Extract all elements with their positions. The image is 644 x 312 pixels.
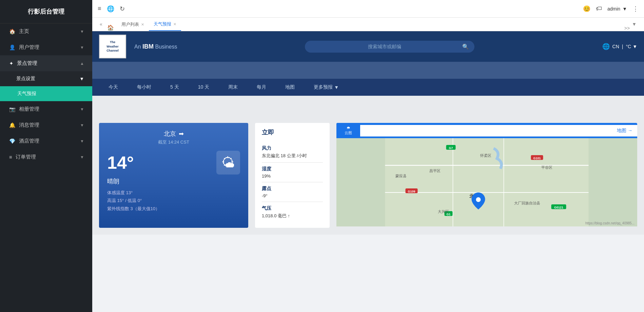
tab-user-list[interactable]: 用户列表 ✕ — [117, 17, 149, 31]
map-panel: 🌧 云图 地图 → — [336, 123, 637, 228]
svg-text:G109: G109 — [408, 190, 415, 193]
more-icon[interactable]: ⋮ — [632, 5, 639, 13]
weather-description: 晴朗 — [107, 177, 240, 185]
svg-text:G101: G101 — [533, 157, 541, 160]
pressure-value: 1,018.0 毫巴 ↑ — [262, 213, 323, 219]
user-icon: 👤 — [9, 44, 16, 51]
sidebar-item-scenic-setting[interactable]: 景点设置 ▼ — [0, 71, 92, 86]
hotel-icon: 💎 — [9, 138, 16, 144]
weather-right: 🌐 CN | °C ▼ — [602, 43, 637, 50]
globe-icon[interactable]: 🌐 — [107, 5, 114, 13]
search-box[interactable]: 🔍 — [305, 41, 474, 53]
nav-hourly[interactable]: 每小时 — [128, 79, 161, 96]
globe-icon: 🌐 — [602, 43, 610, 50]
sidebar-item-home[interactable]: 🏠 主页 ▼ — [0, 23, 92, 39]
weather-header: The Weather Channel An IBM Business 🔍 🌐 … — [92, 31, 644, 62]
unit-select[interactable]: °C ▼ — [626, 44, 637, 49]
nav-weekend[interactable]: 周末 — [219, 79, 247, 96]
logo-line1: The — [106, 40, 119, 44]
tag-icon[interactable]: 🏷 — [596, 5, 602, 12]
temp-row: 14° 🌤 — [107, 151, 240, 175]
sidebar-item-scenic[interactable]: ✦ 景点管理 ▲ — [0, 55, 92, 71]
weather-icon: 🌤 — [216, 151, 240, 175]
nav-5day[interactable]: 5 天 — [161, 79, 189, 96]
svg-text:怀柔区: 怀柔区 — [480, 153, 491, 158]
admin-dropdown[interactable]: admin ▼ — [607, 6, 627, 12]
sidebar-label-hotel: 酒店管理 — [19, 138, 39, 144]
nav-today[interactable]: 今天 — [99, 79, 128, 96]
chevron-down-icon: ▼ — [80, 155, 84, 160]
sidebar-label-user: 用户管理 — [19, 44, 39, 51]
sidebar-item-user[interactable]: 👤 用户管理 ▼ — [0, 39, 92, 55]
home-icon: 🏠 — [9, 29, 16, 35]
nav-map[interactable]: 地图 — [276, 79, 304, 96]
weather-gray-band — [92, 62, 644, 79]
weather-nav: 今天 每小时 5 天 10 天 周末 每月 地图 更多预报 ▼ — [92, 79, 644, 96]
tabs-chevron-down[interactable]: ▼ — [630, 17, 639, 31]
language-label[interactable]: CN — [612, 44, 619, 49]
sidebar-label-weather: 天气预报 — [17, 91, 36, 97]
tab-home-button[interactable]: 🏠 — [104, 24, 117, 31]
sidebar-label-album: 相册管理 — [19, 106, 39, 112]
logo-line3: Channel — [106, 49, 119, 53]
order-icon: ≡ — [9, 154, 12, 160]
sidebar-item-message[interactable]: 🔔 消息管理 ▼ — [0, 117, 92, 133]
main-area: ≡ 🌐 ↻ 😊 🏷 admin ▼ ⋮ « 🏠 用户列表 ✕ 天气预报 ✕ >>… — [92, 0, 644, 312]
svg-text:大厂回族自治县: 大厂回族自治县 — [514, 201, 540, 205]
nav-10day[interactable]: 10 天 — [189, 79, 219, 96]
search-input[interactable] — [310, 44, 459, 49]
chevron-down-icon: ▼ — [79, 76, 84, 81]
chevron-down-icon: ▼ — [80, 123, 84, 128]
map-link[interactable]: 地图 → — [360, 125, 637, 136]
svg-text:平谷区: 平谷区 — [541, 165, 552, 169]
tabs-back-button[interactable]: « — [98, 17, 104, 31]
tab-label-user-list: 用户列表 — [121, 21, 139, 27]
topbar: ≡ 🌐 ↻ 😊 🏷 admin ▼ ⋮ — [92, 0, 644, 18]
message-icon: 🔔 — [9, 122, 16, 128]
sidebar-item-weather[interactable]: 天气预报 — [0, 86, 92, 101]
svg-rect-0 — [385, 138, 589, 226]
city-name: 北京 — [164, 130, 176, 138]
tab-weather[interactable]: 天气预报 ✕ — [149, 17, 181, 31]
weather-logo: The Weather Channel — [99, 35, 126, 58]
instant-title: 立即 — [262, 128, 323, 136]
sidebar-label-scenic-setting: 景点设置 — [16, 76, 35, 82]
chevron-down-icon: ▼ — [80, 29, 84, 34]
nav-more[interactable]: 更多预报 ▼ — [304, 79, 348, 96]
city-navigate-icon[interactable]: ➡ — [179, 130, 184, 137]
city-time: 截至 14:24 CST — [107, 139, 240, 145]
map-top-bar: 🌧 云图 地图 → — [336, 123, 637, 138]
sidebar-item-order[interactable]: ≡ 订单管理 ▼ — [0, 149, 92, 165]
topbar-right: 😊 🏷 admin ▼ ⋮ — [583, 5, 639, 13]
refresh-icon[interactable]: ↻ — [120, 5, 125, 13]
high-low: 高温 15° / 低温 0° — [107, 197, 240, 204]
svg-text:昌平区: 昌平区 — [429, 169, 441, 173]
user-face-icon[interactable]: 😊 — [583, 5, 590, 13]
instant-panel: 立即 风力 东北偏北 18 公里 /小时 湿度 19% 露点 -9° 气压 1,… — [255, 123, 330, 228]
dewpoint-label: 露点 — [262, 186, 323, 192]
sidebar-item-hotel[interactable]: 💎 酒店管理 ▼ — [0, 133, 92, 149]
weather-details: 体感温度 13° 高温 15° / 低温 0° 紫外线指数 3（最大值10） — [107, 189, 240, 213]
svg-text:蒙应县: 蒙应县 — [395, 174, 407, 178]
humidity-value: 19% — [262, 173, 323, 179]
instant-row-humidity: 湿度 19% — [262, 163, 323, 182]
admin-chevron-icon: ▼ — [622, 6, 627, 12]
tab-close-icon[interactable]: ✕ — [141, 22, 144, 27]
sidebar-label-order: 订单管理 — [16, 154, 36, 160]
svg-text:G7: G7 — [449, 146, 453, 150]
chevron-down-icon: ▼ — [80, 139, 84, 144]
tabs-bar: « 🏠 用户列表 ✕ 天气预报 ✕ >> ▼ — [92, 18, 644, 31]
chevron-down-icon: ▼ — [80, 107, 84, 112]
sidebar-item-album[interactable]: 📷 相册管理 ▼ — [0, 101, 92, 117]
cloud-map-button[interactable]: 🌧 云图 — [336, 123, 360, 138]
topbar-left: ≡ 🌐 ↻ — [98, 5, 125, 13]
tabs-more-button[interactable]: >> — [624, 25, 630, 31]
content-area: The Weather Channel An IBM Business 🔍 🌐 … — [92, 31, 644, 312]
instant-row-pressure: 气压 1,018.0 毫巴 ↑ — [262, 202, 323, 222]
nav-monthly[interactable]: 每月 — [247, 79, 276, 96]
svg-text:大兴区: 大兴区 — [438, 209, 449, 214]
menu-icon[interactable]: ≡ — [98, 5, 101, 12]
tab-close-icon[interactable]: ✕ — [173, 22, 176, 26]
content-spacer — [92, 96, 644, 123]
search-icon[interactable]: 🔍 — [462, 43, 469, 50]
